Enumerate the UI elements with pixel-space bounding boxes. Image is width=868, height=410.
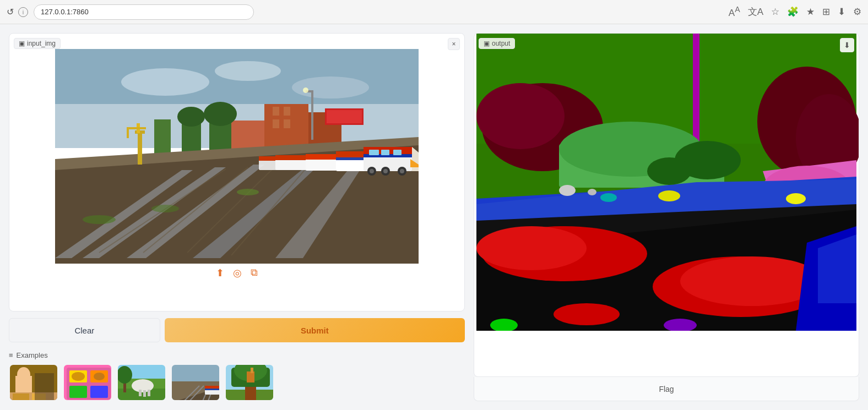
svg-point-57 — [151, 205, 179, 212]
right-panel: ▣ output ⬇ — [474, 33, 859, 401]
upload-icon[interactable]: ⬆ — [216, 267, 224, 279]
star-icon[interactable]: ☆ — [771, 6, 779, 18]
browser-actions: AA 文A ☆ 🧩 ★ ⊞ ⬇ ⚙ — [729, 5, 861, 19]
train-scene-image — [14, 49, 460, 264]
segmentation-output — [474, 34, 859, 331]
translate2-icon[interactable]: 文A — [748, 6, 763, 18]
flag-button[interactable]: Flag — [474, 377, 859, 401]
svg-point-78 — [94, 373, 105, 380]
image-toolbar: ⬆ ◎ ⧉ — [14, 264, 460, 280]
svg-point-56 — [83, 215, 116, 224]
svg-point-3 — [215, 61, 281, 81]
browser-chrome: ↺ i 127.0.0.1:7860 AA 文A ☆ 🧩 ★ ⊞ ⬇ ⚙ — [0, 0, 868, 24]
svg-point-21 — [303, 88, 308, 93]
svg-point-50 — [370, 169, 374, 173]
input-image-panel: ▣ input_img × — [9, 33, 465, 311]
collections-icon[interactable]: ⊞ — [822, 6, 830, 18]
svg-rect-48 — [393, 150, 402, 155]
svg-rect-36 — [275, 155, 308, 160]
output-image-panel: ▣ output ⬇ — [474, 33, 859, 377]
svg-rect-75 — [69, 386, 87, 398]
download-icon[interactable]: ⬇ — [838, 6, 845, 18]
extensions-icon[interactable]: 🧩 — [787, 6, 799, 18]
svg-rect-63 — [127, 127, 129, 138]
svg-rect-98 — [205, 389, 220, 390]
svg-rect-62 — [127, 127, 146, 129]
svg-rect-86 — [148, 390, 150, 396]
svg-point-52 — [383, 169, 388, 173]
svg-point-129 — [476, 226, 587, 270]
output-panel-label: ▣ output — [479, 38, 515, 49]
svg-point-122 — [588, 189, 596, 195]
svg-rect-46 — [369, 150, 379, 155]
svg-point-4 — [292, 76, 369, 99]
examples-label: ≡ Examples — [9, 351, 465, 359]
close-button[interactable]: × — [448, 38, 460, 50]
svg-point-2 — [121, 68, 209, 96]
svg-rect-97 — [205, 386, 220, 389]
svg-rect-76 — [90, 386, 108, 398]
svg-rect-16 — [154, 119, 171, 154]
examples-row — [9, 364, 465, 401]
svg-rect-84 — [139, 390, 142, 396]
svg-rect-9 — [284, 119, 290, 128]
svg-rect-19 — [311, 90, 313, 140]
svg-point-124 — [786, 193, 806, 204]
svg-point-138 — [647, 157, 691, 185]
svg-rect-59 — [138, 132, 142, 165]
panel-icon: ▣ — [19, 40, 25, 47]
svg-rect-106 — [251, 368, 253, 373]
examples-icon: ≡ — [9, 351, 13, 359]
svg-point-54 — [400, 169, 404, 173]
browser-controls: ↺ i — [7, 7, 28, 17]
example-4[interactable] — [171, 364, 220, 401]
svg-point-132 — [554, 303, 620, 325]
svg-rect-85 — [143, 390, 146, 397]
settings-icon[interactable]: ⚙ — [853, 6, 861, 18]
svg-point-123 — [658, 190, 680, 201]
example-3[interactable] — [117, 364, 166, 401]
svg-point-13 — [204, 102, 237, 126]
svg-rect-70 — [35, 373, 54, 401]
svg-rect-18 — [327, 110, 362, 123]
svg-rect-7 — [284, 107, 290, 116]
example-2[interactable] — [63, 364, 112, 401]
example-1[interactable] — [9, 364, 58, 401]
button-row: Clear Submit — [9, 318, 465, 342]
favorites-icon[interactable]: ★ — [806, 6, 815, 18]
clipboard-icon[interactable]: ⧉ — [251, 267, 258, 279]
info-icon[interactable]: i — [18, 7, 28, 17]
svg-rect-47 — [381, 150, 389, 155]
clear-button[interactable]: Clear — [9, 318, 160, 342]
example-5[interactable] — [225, 364, 274, 401]
svg-point-58 — [237, 189, 259, 195]
svg-rect-6 — [273, 107, 279, 116]
webcam-icon[interactable]: ◎ — [233, 267, 242, 279]
address-bar[interactable]: 127.0.0.1:7860 — [34, 4, 254, 20]
svg-point-112 — [476, 83, 565, 149]
svg-rect-8 — [273, 119, 279, 128]
svg-point-125 — [600, 193, 617, 202]
reload-icon[interactable]: ↺ — [7, 7, 14, 17]
left-panel: ▣ input_img × — [9, 33, 465, 401]
output-panel-icon: ▣ — [484, 40, 490, 47]
svg-rect-67 — [13, 393, 29, 401]
main-content: ▣ input_img × — [0, 24, 868, 410]
input-panel-label: ▣ input_img — [14, 38, 61, 49]
svg-point-15 — [177, 107, 205, 127]
examples-section: ≡ Examples — [9, 349, 465, 401]
submit-button[interactable]: Submit — [165, 318, 465, 342]
download-button[interactable]: ⬇ — [840, 38, 854, 52]
svg-point-69 — [17, 367, 30, 382]
svg-point-121 — [559, 185, 576, 196]
translate-icon[interactable]: AA — [729, 5, 740, 19]
svg-point-77 — [72, 372, 85, 381]
